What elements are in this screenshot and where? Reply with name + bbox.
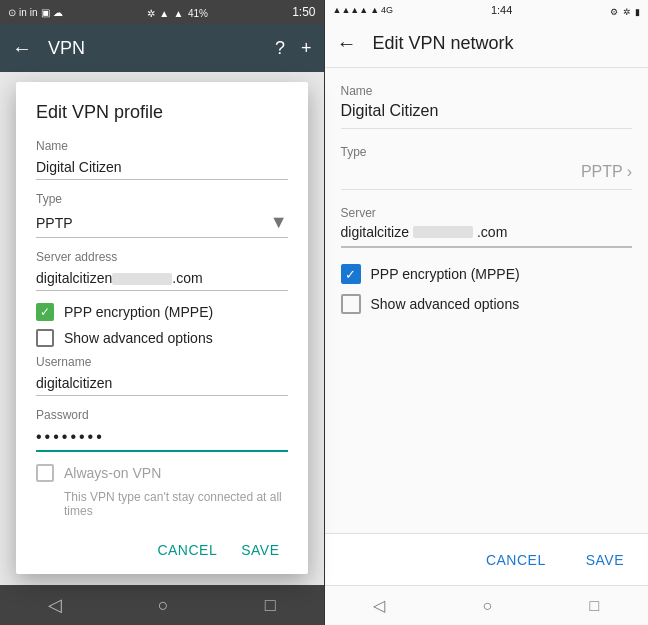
back-button-left[interactable]: ←	[12, 37, 32, 60]
right-type-value: PPTP ›	[581, 163, 632, 181]
photo-icon: ▣	[41, 7, 50, 18]
app-title-left: VPN	[48, 38, 259, 59]
right-server-label: Server	[341, 206, 633, 220]
back-nav-icon-left[interactable]: ◁	[48, 594, 62, 616]
right-ppp-label: PPP encryption (MPPE)	[371, 266, 520, 282]
always-on-row: Always-on VPN	[36, 464, 288, 482]
right-type-row[interactable]: PPTP ›	[341, 163, 633, 190]
help-icon[interactable]: ?	[275, 38, 285, 59]
password-dots: ••••••••	[36, 428, 105, 445]
type-field: Type PPTP ▼	[36, 192, 288, 238]
right-server-input[interactable]: digitalcitize.com	[341, 224, 633, 248]
right-advanced-row: Show advanced options	[341, 294, 633, 314]
right-actions: CANCEL SAVE	[325, 533, 649, 585]
right-phone: ▲▲▲▲ ▲ 4G 1:44 ⚙ ✲ ▮ ← Edit VPN network …	[325, 0, 649, 625]
battery-icon-right: ▮	[635, 7, 640, 17]
bluetooth-icon: ✲	[147, 8, 155, 19]
linkedin2-icon: in	[30, 7, 38, 18]
server-prefix-right: digitalcitize	[341, 224, 409, 240]
server-redacted-right	[413, 226, 473, 238]
status-bar-left: ⊙ in in ▣ ☁ ✲ ▲ ▲ 41% 1:50	[0, 0, 324, 24]
type-text-right: PPTP	[581, 163, 623, 181]
back-button-right[interactable]: ←	[337, 32, 357, 55]
wifi-icon: ▲	[159, 8, 169, 19]
bluetooth-icon-right: ✲	[623, 7, 631, 17]
save-button-right[interactable]: SAVE	[570, 544, 640, 576]
server-label: Server address	[36, 250, 288, 264]
menu-nav-icon-left[interactable]: □	[265, 595, 276, 616]
right-advanced-label: Show advanced options	[371, 296, 520, 312]
menu-nav-icon-right[interactable]: □	[590, 597, 600, 615]
home-nav-icon-left[interactable]: ○	[158, 595, 169, 616]
right-type-field: Type PPTP ›	[341, 145, 633, 190]
username-field: Username digitalcitizen	[36, 355, 288, 396]
settings-icon-right: ⚙	[610, 7, 618, 17]
status-icons-left: ⊙ in in ▣ ☁	[8, 7, 63, 18]
linkedin-icon: in	[19, 7, 27, 18]
type-select[interactable]: PPTP ▼	[36, 208, 288, 238]
ppp-checkbox[interactable]	[36, 303, 54, 321]
advanced-checkbox-row: Show advanced options	[36, 329, 288, 347]
nav-bar-left: ◁ ○ □	[0, 585, 324, 625]
type-label: Type	[36, 192, 288, 206]
signal-icon-right: ▲▲▲▲	[333, 5, 369, 15]
status-bar-right: ▲▲▲▲ ▲ 4G 1:44 ⚙ ✲ ▮	[325, 0, 649, 20]
signal-icons-right: ▲▲▲▲ ▲ 4G	[333, 5, 394, 15]
app-bar-left: ← VPN ? +	[0, 24, 324, 72]
nav-bar-right: ◁ ○ □	[325, 585, 649, 625]
server-suffix: .com	[172, 270, 202, 286]
name-label: Name	[36, 139, 288, 153]
cancel-button-left[interactable]: CANCEL	[149, 534, 225, 566]
password-field: Password ••••••••	[36, 408, 288, 452]
password-input[interactable]: ••••••••	[36, 424, 288, 452]
home-nav-icon-right[interactable]: ○	[483, 597, 493, 615]
server-prefix: digitalcitizen	[36, 270, 112, 286]
name-field: Name Digital Citizen	[36, 139, 288, 180]
time-left: 1:50	[292, 5, 315, 19]
server-input[interactable]: digitalcitizen.com	[36, 266, 288, 291]
app-bar-right: ← Edit VPN network	[325, 20, 649, 68]
spotify-icon: ⊙	[8, 7, 16, 18]
signal-icon: ▲	[174, 8, 184, 19]
left-phone: ⊙ in in ▣ ☁ ✲ ▲ ▲ 41% 1:50 ← VPN ? + Edi…	[0, 0, 324, 625]
left-content: Edit VPN profile Name Digital Citizen Ty…	[0, 72, 324, 585]
dialog-title: Edit VPN profile	[36, 102, 288, 123]
right-content: Name Digital Citizen Type PPTP › Server …	[325, 68, 649, 533]
status-center-left: ✲ ▲ ▲ 41%	[147, 3, 208, 21]
right-name-field: Name Digital Citizen	[341, 84, 633, 129]
right-name-label: Name	[341, 84, 633, 98]
username-label: Username	[36, 355, 288, 369]
app-bar-icons-left: ? +	[275, 38, 312, 59]
always-on-label: Always-on VPN	[64, 465, 161, 481]
server-field: Server address digitalcitizen.com	[36, 250, 288, 291]
ppp-checkbox-row: PPP encryption (MPPE)	[36, 303, 288, 321]
server-redacted	[112, 273, 172, 285]
back-nav-icon-right[interactable]: ◁	[373, 596, 385, 615]
right-ppp-checkbox[interactable]	[341, 264, 361, 284]
advanced-checkbox[interactable]	[36, 329, 54, 347]
always-on-checkbox	[36, 464, 54, 482]
password-label: Password	[36, 408, 288, 422]
wifi-icon-right: ▲	[370, 5, 379, 15]
right-ppp-row: PPP encryption (MPPE)	[341, 264, 633, 284]
type-value: PPTP	[36, 215, 73, 231]
cloud-icon: ☁	[53, 7, 63, 18]
cancel-button-right[interactable]: CANCEL	[470, 544, 562, 576]
save-button-left[interactable]: SAVE	[233, 534, 287, 566]
battery-left: 41%	[188, 8, 208, 19]
advanced-label: Show advanced options	[64, 330, 213, 346]
right-name-value[interactable]: Digital Citizen	[341, 102, 633, 129]
chevron-right-icon: ›	[627, 163, 632, 181]
dialog-actions: CANCEL SAVE	[36, 526, 288, 566]
username-input[interactable]: digitalcitizen	[36, 371, 288, 396]
edit-vpn-dialog: Edit VPN profile Name Digital Citizen Ty…	[16, 82, 308, 574]
time-right: 1:44	[491, 4, 512, 16]
app-title-right: Edit VPN network	[373, 33, 514, 54]
battery-icons-right: ⚙ ✲ ▮	[610, 1, 640, 19]
add-icon[interactable]: +	[301, 38, 312, 59]
right-type-label: Type	[341, 145, 633, 159]
right-advanced-checkbox[interactable]	[341, 294, 361, 314]
right-server-field: Server digitalcitize.com	[341, 206, 633, 248]
dropdown-arrow-icon: ▼	[270, 212, 288, 233]
name-input[interactable]: Digital Citizen	[36, 155, 288, 180]
